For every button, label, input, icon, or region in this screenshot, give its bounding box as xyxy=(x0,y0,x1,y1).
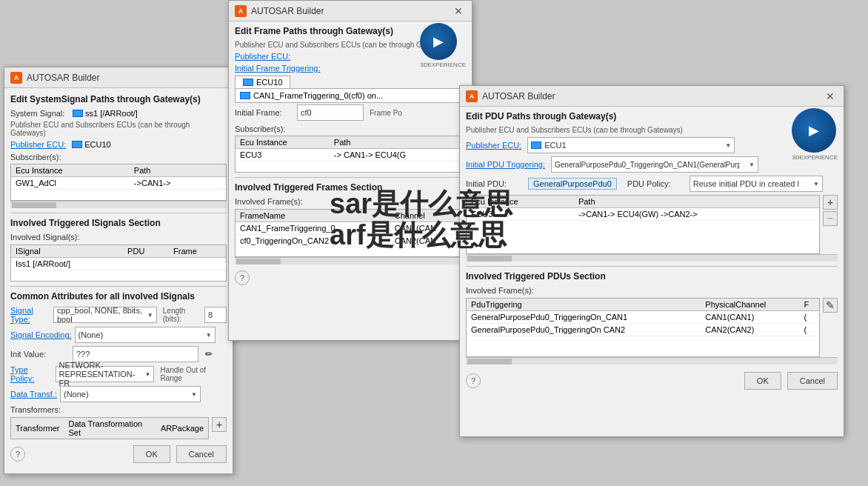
win3-pdu-col-pdu: PduTriggering xyxy=(467,299,701,311)
win3-titlebar: A AUTOSAR Builder ✕ xyxy=(460,86,844,107)
win1-title: AUTOSAR Builder xyxy=(27,73,99,83)
frame-po-label: Frame Po xyxy=(370,109,402,117)
transformers-add-btn[interactable]: + xyxy=(212,417,227,432)
win2-sub-ecu: ECU3 xyxy=(236,149,330,162)
system-signal-icon xyxy=(73,110,83,117)
system-signal-label: System Signal: xyxy=(10,109,70,118)
win2-frame-name: CAN1_FrameTriggering_0 xyxy=(236,222,390,235)
init-value-label: Init Value: xyxy=(10,350,70,359)
win3-initial-pdu-triggering-label[interactable]: Initial PDU Triggering: xyxy=(466,160,545,169)
win3-pub-ecu-arrow: ▼ xyxy=(725,142,731,149)
win2-publisher-ecu-label[interactable]: Publisher ECU: xyxy=(235,52,290,61)
signal-encoding-label[interactable]: Signal Encoding: xyxy=(10,330,72,339)
signal-encoding-val: (None) xyxy=(79,330,104,339)
win3-pdu-f2: ( xyxy=(799,324,819,336)
win3-pdu-col-f: F xyxy=(799,299,819,311)
win1-common-attrs: Common Attributes for all involved ISign… xyxy=(10,291,227,302)
win3-add-subscriber-btn[interactable]: + xyxy=(823,195,838,210)
win3-logo: 3DEXPERIENCE xyxy=(792,108,838,161)
isig-frame xyxy=(169,258,226,270)
ecu-tab[interactable]: ECU10 xyxy=(235,76,290,88)
signal-type-val: cpp_bool, NONE, 8bits, bool xyxy=(57,306,147,324)
signal-type-dropdown[interactable]: cpp_bool, NONE, 8bits, bool ▼ xyxy=(53,307,157,323)
signal-type-label[interactable]: Signal Type: xyxy=(10,306,50,324)
isig-isignal: Iss1 [/ARRoot/] xyxy=(11,258,123,270)
win3-sub-ecu: ECU3 xyxy=(467,208,574,221)
win2-logo-label: 3DEXPERIENCE xyxy=(420,61,466,68)
sub-path: ->CAN1-> xyxy=(130,177,226,190)
sub-col-ecu: Ecu Instance xyxy=(11,164,130,177)
win3-sub-row: ECU3 ->CAN1-> ECU4(GW) ->CAN2-> xyxy=(467,208,819,221)
init-value-edit-btn[interactable]: ✏ xyxy=(201,347,216,362)
type-policy-dropdown[interactable]: NETWORK-REPRESENTATION-FR ▼ xyxy=(56,366,155,382)
win1-icon: A xyxy=(10,72,22,84)
signal-type-arrow: ▼ xyxy=(147,312,153,319)
win3-pub-ecu-value: ECU1 xyxy=(544,141,566,150)
win3-pdu-row1: GeneralPurposePdu0_TriggeringOn_CAN1 CAN… xyxy=(467,311,819,324)
win2-sub-col-path: Path xyxy=(330,136,465,149)
data-transf-label[interactable]: Data Transf.: xyxy=(10,390,57,399)
win3-pdu-channel1: CAN1(CAN1) xyxy=(701,311,799,324)
type-policy-label[interactable]: Type Policy: xyxy=(10,365,53,383)
win2-triggered-section: Involved Triggered Frames Section xyxy=(235,182,466,193)
win3-pdu-triggering-arrow: ▼ xyxy=(749,162,755,168)
win3-remove-subscriber-btn[interactable]: − xyxy=(823,211,838,226)
win1-heading: Edit SystemSignal Paths through Gateway(… xyxy=(10,94,227,104)
win3-pdu-f1: ( xyxy=(799,311,819,324)
initial-frame-label: Initial Frame: xyxy=(235,108,294,117)
signal-encoding-dropdown[interactable]: (None) ▼ xyxy=(75,327,216,343)
win3-close-btn[interactable]: ✕ xyxy=(823,89,838,104)
type-policy-arrow: ▼ xyxy=(145,371,151,378)
win3-publisher-ecu-label[interactable]: Publisher ECU: xyxy=(466,141,521,150)
trans-col-transformer: Transformer xyxy=(11,418,64,439)
win2-help-btn[interactable]: ? xyxy=(235,270,250,285)
win2-sub-path: -> CAN1-> ECU4(G xyxy=(330,149,465,162)
win1-titlebar: A AUTOSAR Builder xyxy=(4,67,233,88)
length-input[interactable] xyxy=(204,307,227,323)
win2-frame-col-name: FrameName xyxy=(236,210,390,222)
init-value-input[interactable] xyxy=(73,346,198,362)
frame-triggering-icon xyxy=(240,92,250,99)
win3-help-btn[interactable]: ? xyxy=(466,373,481,388)
sub-row: GW1_AdCl ->CAN1-> xyxy=(11,177,226,190)
win3-pub-section: Publisher ECU and Subscribers ECUs (can … xyxy=(466,126,838,134)
win3-pdu-triggering-dropdown[interactable]: GeneralPurposePdu0_TriggeringOn_CAN1(Gen… xyxy=(551,156,758,173)
win3-add-pdu-btn[interactable]: ✎ xyxy=(823,298,838,313)
trans-col-arpackage: ARPackage xyxy=(156,418,208,439)
win2-title: AUTOSAR Builder xyxy=(251,6,324,16)
win2-frame-row2: cf0_TriggeringOn_CAN2 CAN2(CAN xyxy=(236,235,465,247)
win1-publisher-ecu-label[interactable]: Publisher ECU: xyxy=(10,140,66,149)
win2-sub-col-ecu: Ecu Instance xyxy=(236,136,330,149)
win2-titlebar: A AUTOSAR Builder ✕ xyxy=(229,1,472,21)
isig-col-pdu: PDU xyxy=(123,245,169,258)
pub-ecu-value: ECU10 xyxy=(84,140,110,149)
win1-triggered-section: Involved Triggered ISignals Section xyxy=(10,218,227,228)
win3-pdu-col-channel: PhysicalChannel xyxy=(701,299,799,311)
isig-col-isignal: ISignal xyxy=(11,245,123,258)
win3-pdu-triggering-value: GeneralPurposePdu0_TriggeringOn_CAN1(Gen… xyxy=(555,161,740,169)
isig-col-frame: Frame xyxy=(169,245,226,258)
initial-frame-input[interactable] xyxy=(297,104,364,121)
win3-pdu-policy-label: PDU Policy: xyxy=(627,179,687,188)
transformers-label: Transformers: xyxy=(10,405,70,414)
win3-cancel-btn[interactable]: Cancel xyxy=(787,372,838,390)
win3-ok-btn[interactable]: OK xyxy=(744,372,781,390)
isig-pdu xyxy=(123,258,169,270)
win2-close-btn[interactable]: ✕ xyxy=(451,4,466,19)
frame-triggering-value: CAN1_FrameTriggering_0(cf0) on... xyxy=(253,91,383,100)
handle-out-label: Handle Out of Range xyxy=(160,366,227,382)
win2-initial-frame-triggering-label[interactable]: Initial Frame Triggering: xyxy=(235,64,321,73)
data-transf-dropdown[interactable]: (None) ▼ xyxy=(60,386,201,402)
frame-triggering-row: CAN1_FrameTriggering_0(cf0) on... xyxy=(235,88,466,103)
win3-pdu-policy-dropdown[interactable]: Reuse initial PDU in created l ▼ xyxy=(690,176,823,192)
win1-cancel-btn[interactable]: Cancel xyxy=(176,445,227,463)
window-frame-paths: A AUTOSAR Builder ✕ 3DEXPERIENCE Edit Fr… xyxy=(228,0,473,341)
win2-frame-channel: CAN1(CAN xyxy=(390,222,465,235)
win1-ok-btn[interactable]: OK xyxy=(133,445,170,463)
win1-help-btn[interactable]: ? xyxy=(10,447,25,462)
data-transf-arrow: ▼ xyxy=(191,391,197,398)
trans-col-dataset: Data Transformation Set xyxy=(64,418,156,439)
win3-pdu-name2: GeneralPurposePdu0_TriggeringOn CAN2 xyxy=(467,324,701,336)
win3-publisher-ecu-dropdown[interactable]: ECU1 ▼ xyxy=(527,137,735,153)
win3-sub-col-path: Path xyxy=(574,196,819,208)
